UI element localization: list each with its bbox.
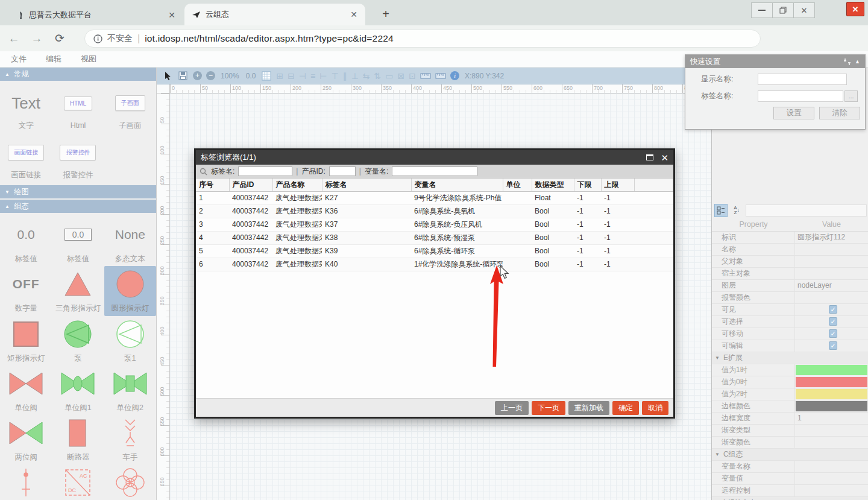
- dialog-titlebar[interactable]: 标签浏览器(1/1) ✕: [196, 150, 673, 165]
- property-row[interactable]: 边框宽度1: [712, 413, 868, 425]
- property-row[interactable]: 父对象: [712, 256, 868, 268]
- property-value[interactable]: ✓: [795, 316, 868, 328]
- zoom-in-icon[interactable]: +: [193, 71, 202, 80]
- sort-az-icon[interactable]: AZ↓: [730, 204, 743, 217]
- palette-item-text[interactable]: Text文字: [0, 87, 52, 136]
- column-header[interactable]: 序号: [196, 179, 229, 191]
- tab-sipu-cloud[interactable]: 思普云大数据平台 ✕: [10, 4, 183, 25]
- property-filter-box[interactable]: [746, 204, 867, 217]
- property-value[interactable]: [795, 461, 868, 472]
- tab-cloud-scada[interactable]: 云组态 ✕: [184, 4, 365, 25]
- property-value[interactable]: 圆形指示灯112: [795, 232, 868, 243]
- palette-item-triangle-indicator[interactable]: 三角形指示灯: [52, 266, 104, 315]
- property-row[interactable]: 可选择✓: [712, 316, 868, 328]
- column-header[interactable]: 数据类型: [532, 179, 574, 191]
- palette-item-alarm-control[interactable]: 报警控件报警控件: [52, 136, 104, 186]
- palette-item-pump[interactable]: 泵: [52, 316, 104, 366]
- table-row[interactable]: 1400037442废气处理数据采K279号化学洗涤除臭系统-Ph值Float-…: [196, 191, 673, 204]
- checkbox-checked-icon[interactable]: ✓: [829, 329, 837, 338]
- section-header-scada[interactable]: 组态: [0, 200, 156, 213]
- property-row[interactable]: 图层nodeLayer: [712, 280, 868, 292]
- restore-button[interactable]: [772, 2, 794, 18]
- ruler-vertical-icon[interactable]: [435, 71, 446, 81]
- palette-item-sub-screen[interactable]: 子画面子画面: [104, 87, 156, 136]
- back-button[interactable]: ←: [5, 32, 23, 45]
- zoom-out-icon[interactable]: −: [206, 71, 215, 80]
- property-row[interactable]: 值为0时: [712, 376, 868, 388]
- browse-tags-button[interactable]: ...: [844, 90, 858, 102]
- confirm-button[interactable]: 确定: [612, 401, 639, 415]
- property-row[interactable]: 报警颜色: [712, 292, 868, 304]
- table-row[interactable]: 3400037442废气处理数据采K376#除臭系统-负压风机Bool-1-1: [196, 218, 673, 231]
- table-row[interactable]: 6400037442废气处理数据采K401#化学洗涤除臭系统-循环泵Bool-1…: [196, 258, 673, 271]
- palette-item-two-way-valve[interactable]: 两位阀: [0, 415, 52, 464]
- color-swatch[interactable]: [796, 365, 867, 375]
- menu-view[interactable]: 视图: [81, 54, 96, 65]
- column-header[interactable]: 上限: [601, 179, 634, 191]
- column-header[interactable]: 标签名: [322, 179, 411, 191]
- property-section[interactable]: ▼C组态: [712, 449, 868, 461]
- select-cursor-icon[interactable]: [163, 71, 174, 81]
- property-value[interactable]: nodeLayer: [795, 280, 868, 291]
- property-value[interactable]: [795, 437, 868, 448]
- column-header[interactable]: 下限: [574, 179, 601, 191]
- property-value[interactable]: [795, 292, 868, 303]
- palette-item-unit-valve2[interactable]: 单位阀2: [104, 366, 156, 415]
- palette-item-multi-state-text[interactable]: None多态文本: [104, 217, 156, 266]
- property-value[interactable]: [795, 388, 868, 400]
- save-icon[interactable]: [178, 71, 189, 81]
- pin-icon[interactable]: [843, 58, 851, 66]
- property-value[interactable]: [795, 268, 868, 279]
- property-row[interactable]: 宿主对象: [712, 268, 868, 280]
- next-page-button[interactable]: 下一页: [532, 401, 565, 415]
- property-section[interactable]: ▼E扩展: [712, 352, 868, 364]
- menu-file[interactable]: 文件: [11, 54, 27, 65]
- color-swatch[interactable]: [796, 377, 867, 387]
- close-window-badge[interactable]: ✕: [846, 2, 864, 16]
- url-field[interactable]: 不安全 | iot.idosp.net/html/scada/editor.as…: [84, 30, 761, 48]
- tab-close-icon[interactable]: ✕: [348, 9, 359, 20]
- property-row[interactable]: 变量值: [712, 473, 868, 485]
- security-label[interactable]: 不安全: [107, 33, 133, 44]
- palette-item-rt[interactable]: RT: [104, 464, 156, 500]
- collapse-panel-icon[interactable]: ▲: [855, 59, 860, 65]
- palette-item-rect-indicator[interactable]: 矩形指示灯: [0, 316, 52, 366]
- property-value[interactable]: [795, 425, 868, 436]
- property-value[interactable]: [795, 485, 868, 496]
- palette-item-tag-value[interactable]: 0.0标签值: [0, 217, 52, 266]
- maximize-icon[interactable]: [646, 154, 653, 160]
- palette-item-screen-link[interactable]: 画面链接画面链接: [0, 136, 52, 186]
- column-header[interactable]: 产品名称: [272, 179, 322, 191]
- tag-name-search-input[interactable]: [238, 166, 292, 176]
- palette-item-circle-indicator[interactable]: 圆形指示灯: [104, 266, 156, 315]
- checkbox-checked-icon[interactable]: ✓: [829, 341, 837, 350]
- info-icon[interactable]: i: [450, 71, 459, 80]
- new-tab-button[interactable]: +: [379, 7, 393, 22]
- checkbox-checked-icon[interactable]: ✓: [829, 305, 837, 314]
- cancel-button[interactable]: 取消: [642, 401, 668, 415]
- palette-item-unit-valve[interactable]: 单位阀: [0, 366, 52, 415]
- reload-button[interactable]: 重新加载: [568, 401, 609, 415]
- checkbox-checked-icon[interactable]: ✓: [829, 317, 837, 326]
- tab-close-icon[interactable]: ✕: [166, 10, 177, 21]
- property-row[interactable]: 值为2时: [712, 388, 868, 400]
- property-section[interactable]: ▼L标签文本: [712, 497, 868, 500]
- grid-toggle-icon[interactable]: [261, 71, 272, 81]
- close-dialog-icon[interactable]: ✕: [661, 153, 668, 162]
- property-row[interactable]: 标识圆形指示灯112: [712, 232, 868, 244]
- color-swatch[interactable]: [796, 401, 867, 411]
- property-row[interactable]: 值为1时: [712, 364, 868, 376]
- palette-item-pump1[interactable]: 泵1: [104, 316, 156, 366]
- set-button[interactable]: 设置: [773, 107, 814, 119]
- reload-button[interactable]: ⟳: [51, 31, 69, 45]
- table-row[interactable]: 2400037442废气处理数据采K366#除臭系统-臭氧机Bool-1-1: [196, 204, 673, 218]
- prev-page-button[interactable]: 上一页: [495, 401, 529, 415]
- property-row[interactable]: 渐变颜色: [712, 437, 868, 449]
- palette-item-html[interactable]: HTMLHtml: [52, 87, 104, 136]
- property-value[interactable]: ✓: [795, 304, 868, 315]
- property-row[interactable]: 名称: [712, 244, 868, 256]
- property-row[interactable]: 边框颜色: [712, 400, 868, 413]
- table-row[interactable]: 4400037442废气处理数据采K386#除臭系统-预湿泵Bool-1-1: [196, 231, 673, 244]
- ruler-horizontal-icon[interactable]: [420, 71, 431, 81]
- property-row[interactable]: 变量名称: [712, 461, 868, 473]
